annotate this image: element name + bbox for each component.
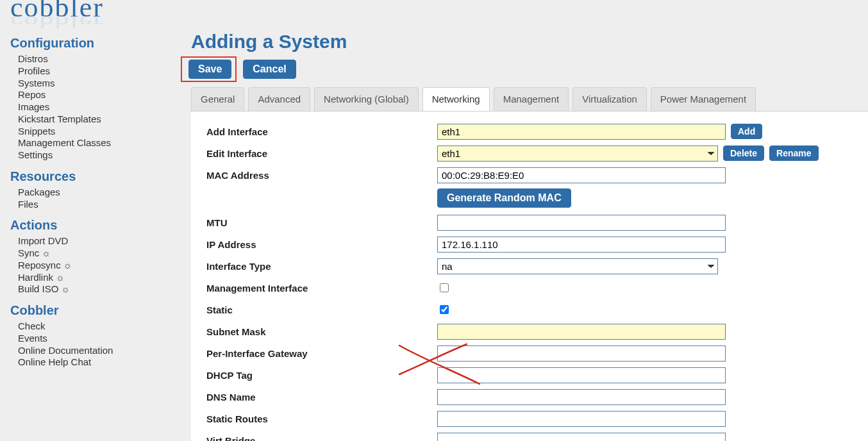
label-static: Static	[206, 304, 437, 315]
tab-general[interactable]: General	[191, 87, 244, 111]
static-routes-input[interactable]	[437, 411, 726, 427]
action-row: Save Cancel	[181, 56, 868, 82]
label-gateway: Per-Interface Gateway	[206, 348, 437, 359]
dhcp-tag-input[interactable]	[437, 367, 726, 383]
subnet-mask-input[interactable]	[437, 324, 726, 340]
dns-name-input[interactable]	[437, 389, 726, 405]
label-ip-address: IP Address	[206, 239, 437, 250]
nav-item-online-help-chat[interactable]: Online Help Chat	[18, 356, 169, 369]
sidebar: cobbler cobbler Configuration Distros Pr…	[0, 0, 179, 441]
nav-item-kickstart-templates[interactable]: Kickstart Templates	[18, 113, 169, 126]
label-mac-address: MAC Address	[206, 170, 437, 181]
tab-advanced[interactable]: Advanced	[248, 87, 310, 111]
nav-item-sync[interactable]: Sync ☼	[18, 247, 169, 260]
nav-section-configuration: Configuration	[10, 36, 169, 51]
nav-item-images[interactable]: Images	[18, 101, 169, 113]
nav-list-resources: Packages Files	[10, 187, 169, 211]
nav-item-snippets[interactable]: Snippets	[18, 126, 169, 138]
mac-address-input[interactable]	[437, 167, 726, 183]
label-virt-bridge: Virt Bridge	[206, 435, 437, 442]
delete-interface-button[interactable]: Delete	[723, 146, 764, 161]
add-interface-button[interactable]: Add	[731, 124, 762, 139]
edit-interface-select[interactable]: eth1	[437, 146, 718, 162]
tab-strip: General Advanced Networking (Global) Net…	[191, 87, 868, 111]
nav-item-hardlink[interactable]: Hardlink ☼	[18, 272, 169, 284]
label-subnet-mask: Subnet Mask	[206, 326, 437, 337]
tab-networking-global[interactable]: Networking (Global)	[314, 87, 419, 111]
nav-list-cobbler: Check Events Online Documentation Online…	[10, 320, 169, 369]
gateway-input[interactable]	[437, 345, 726, 362]
label-dns-name: DNS Name	[206, 392, 437, 403]
nav-list-actions: Import DVD Sync ☼ Reposync ☼ Hardlink ☼ …	[10, 235, 169, 295]
label-management-interface: Management Interface	[206, 283, 437, 294]
nav-item-import-dvd[interactable]: Import DVD	[18, 235, 169, 247]
interface-type-select[interactable]: na	[437, 258, 718, 274]
main: Adding a System Save Cancel General Adva…	[179, 0, 868, 441]
nav-item-files[interactable]: Files	[18, 199, 169, 211]
page-title: Adding a System	[191, 31, 868, 53]
tab-networking[interactable]: Networking	[422, 87, 490, 111]
nav-item-systems[interactable]: Systems	[18, 78, 169, 90]
label-interface-type: Interface Type	[206, 261, 437, 272]
nav-item-repos[interactable]: Repos	[18, 89, 169, 101]
static-checkbox[interactable]	[440, 305, 449, 314]
mtu-input[interactable]	[437, 215, 726, 231]
label-add-interface: Add Interface	[206, 126, 437, 137]
add-interface-input[interactable]	[437, 124, 726, 140]
nav-item-online-documentation[interactable]: Online Documentation	[18, 345, 169, 357]
ip-address-input[interactable]	[437, 237, 726, 253]
rename-interface-button[interactable]: Rename	[769, 146, 818, 161]
nav-item-settings[interactable]: Settings	[18, 149, 169, 162]
save-highlight-box: Save	[181, 56, 237, 82]
tab-power-management[interactable]: Power Management	[651, 87, 756, 111]
nav-item-events[interactable]: Events	[18, 333, 169, 345]
save-button[interactable]: Save	[188, 60, 231, 79]
nav-item-check[interactable]: Check	[18, 320, 169, 333]
nav-item-packages[interactable]: Packages	[18, 187, 169, 199]
tab-management[interactable]: Management	[494, 87, 569, 111]
nav-item-profiles[interactable]: Profiles	[18, 65, 169, 78]
tab-virtualization[interactable]: Virtualization	[572, 87, 647, 111]
generate-mac-button[interactable]: Generate Random MAC	[437, 188, 571, 208]
label-mtu: MTU	[206, 217, 437, 228]
label-static-routes: Static Routes	[206, 413, 437, 424]
nav-section-cobbler: Cobbler	[10, 303, 169, 318]
nav-item-reposync[interactable]: Reposync ☼	[18, 260, 169, 272]
label-edit-interface: Edit Interface	[206, 148, 437, 159]
nav-list-configuration: Distros Profiles Systems Repos Images Ki…	[10, 53, 169, 162]
management-interface-checkbox[interactable]	[440, 283, 449, 292]
nav-section-resources: Resources	[10, 169, 169, 184]
nav-section-actions: Actions	[10, 218, 169, 233]
logo: cobbler cobbler	[6, 0, 154, 28]
label-dhcp-tag: DHCP Tag	[206, 370, 437, 381]
nav-item-distros[interactable]: Distros	[18, 53, 169, 65]
networking-panel: Add Interface Add Edit Interface eth1 De…	[191, 111, 868, 441]
nav-item-build-iso[interactable]: Build ISO ☼	[18, 283, 169, 295]
virt-bridge-input[interactable]	[437, 433, 726, 442]
nav-item-management-classes[interactable]: Management Classes	[18, 137, 169, 149]
cancel-button[interactable]: Cancel	[243, 60, 296, 79]
